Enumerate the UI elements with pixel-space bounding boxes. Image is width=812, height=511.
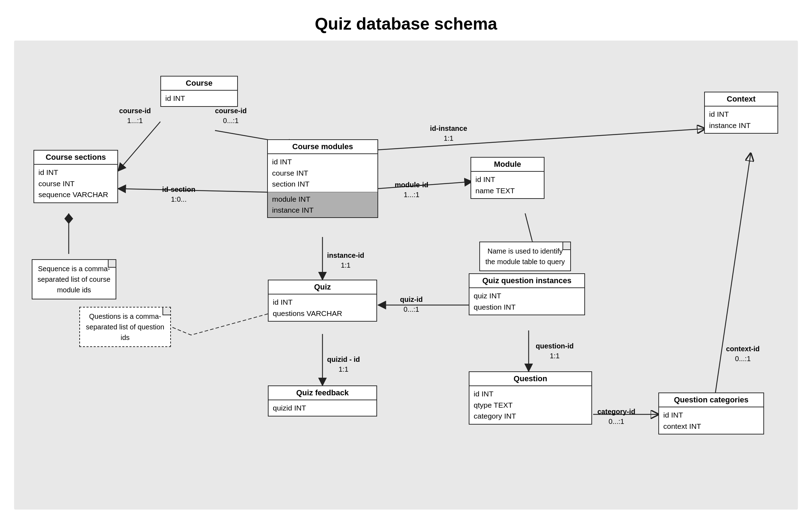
quiz-entity: Quiz id INT questions VARCHAR bbox=[268, 280, 377, 322]
quiz-body: id INT questions VARCHAR bbox=[269, 294, 376, 321]
course-entity: Course id INT bbox=[160, 76, 238, 107]
question-categories-entity: Question categories id INT context INT bbox=[658, 393, 764, 434]
quiz-feedback-entity: Quiz feedback quizid INT bbox=[268, 385, 377, 416]
svg-line-3 bbox=[377, 129, 705, 150]
context-header: Context bbox=[705, 92, 777, 107]
question-entity: Question id INT qtype TEXT category INT bbox=[469, 371, 592, 425]
name-note: Name is used to identify the module tabl… bbox=[479, 242, 571, 271]
rel-id-section: id-section1:0... bbox=[162, 184, 195, 204]
rel-id-instance: id-instance1:1 bbox=[430, 123, 467, 143]
course-sections-header: Course sections bbox=[34, 151, 117, 165]
page-title: Quiz database schema bbox=[0, 0, 812, 41]
module-header: Module bbox=[471, 158, 544, 172]
rel-question-id: question-id1:1 bbox=[536, 341, 574, 361]
rel-category-id: category-id0...:1 bbox=[597, 407, 635, 426]
course-modules-body-highlight: module INT instance INT bbox=[268, 192, 377, 217]
qqi-header: Quiz question instances bbox=[469, 274, 584, 288]
course-sections-entity: Course sections id INT course INT sequen… bbox=[33, 150, 118, 203]
svg-line-5 bbox=[525, 213, 532, 241]
course-sections-body: id INT course INT sequence VARCHAR bbox=[34, 165, 117, 202]
course-header: Course bbox=[161, 77, 237, 91]
questions-note: Questions is a comma-separated list of q… bbox=[79, 307, 171, 347]
question-header: Question bbox=[469, 372, 591, 386]
rel-quizid-id: quizid - id1:1 bbox=[327, 354, 360, 374]
context-entity: Context id INT instance INT bbox=[704, 92, 778, 134]
svg-line-9 bbox=[191, 314, 268, 335]
course-modules-entity: Course modules id INT course INT section… bbox=[267, 139, 378, 218]
rel-course-id-1: course-id1...:1 bbox=[119, 106, 151, 126]
rel-instance-id: instance-id1:1 bbox=[327, 250, 364, 270]
course-body: id INT bbox=[161, 91, 237, 106]
quiz-feedback-header: Quiz feedback bbox=[269, 386, 376, 400]
rel-context-id: context-id0...:1 bbox=[726, 344, 760, 364]
quiz-question-instances-entity: Quiz question instances quiz INT questio… bbox=[469, 273, 585, 315]
quiz-header: Quiz bbox=[269, 280, 376, 294]
qcat-header: Question categories bbox=[659, 393, 763, 407]
qqi-body: quiz INT question INT bbox=[469, 288, 584, 315]
qcat-body: id INT context INT bbox=[659, 407, 763, 434]
rel-course-id-2: course-id0...:1 bbox=[215, 106, 247, 126]
rel-quiz-id: quiz-id0...:1 bbox=[400, 294, 423, 314]
question-body: id INT qtype TEXT category INT bbox=[469, 386, 591, 424]
module-body: id INT name TEXT bbox=[471, 172, 544, 198]
module-entity: Module id INT name TEXT bbox=[470, 157, 545, 199]
quiz-feedback-body: quizid INT bbox=[269, 400, 376, 416]
sequence-note: Sequence is a comma-separated list of co… bbox=[32, 259, 116, 299]
svg-line-1 bbox=[118, 122, 160, 171]
course-modules-header: Course modules bbox=[268, 140, 377, 154]
context-body: id INT instance INT bbox=[705, 107, 777, 133]
diagram-area: Course id INT Course sections id INT cou… bbox=[14, 41, 798, 510]
rel-module-id: module-id1...:1 bbox=[395, 180, 429, 200]
course-modules-body-normal: id INT course INT section INT bbox=[268, 154, 377, 192]
